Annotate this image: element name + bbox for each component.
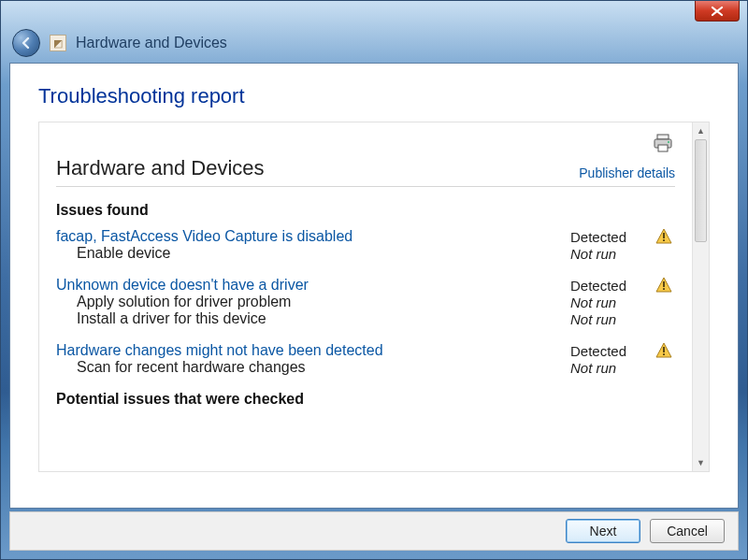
svg-rect-5	[663, 233, 665, 238]
publisher-details-link[interactable]: Publisher details	[579, 165, 675, 180]
issue-status: Detected	[570, 229, 653, 245]
printer-icon	[653, 134, 673, 152]
close-button[interactable]	[695, 1, 740, 22]
wizard-icon: ◩	[50, 35, 66, 51]
scroll-down-arrow-icon[interactable]: ▼	[695, 456, 708, 469]
issue-action-status: Not run	[570, 246, 653, 262]
issue-action-status: Not run	[570, 294, 653, 310]
issue-status: Detected	[570, 278, 653, 294]
svg-rect-6	[663, 239, 665, 241]
issue-action-status: Not run	[570, 360, 653, 376]
issue-title-link[interactable]: Unknown device doesn't have a driver	[56, 277, 570, 294]
cancel-button[interactable]: Cancel	[650, 519, 725, 543]
issue-title-link[interactable]: Hardware changes might not have been det…	[56, 342, 570, 359]
section-title: Hardware and Devices	[56, 156, 265, 180]
issue-action-label: Apply solution for driver problem	[56, 294, 570, 310]
svg-rect-8	[663, 281, 665, 287]
header-bar: ◩ Hardware and Devices	[1, 25, 747, 61]
header-title: Hardware and Devices	[76, 35, 227, 51]
warning-icon	[653, 228, 675, 245]
potential-issues-heading: Potential issues that were checked	[56, 391, 675, 408]
issue-action-status: Not run	[570, 311, 653, 327]
issue-action-label: Install a driver for this device	[56, 310, 570, 327]
next-button[interactable]: Next	[566, 519, 640, 543]
report-scroll-content: Hardware and Devices Publisher details I…	[39, 122, 692, 471]
back-button[interactable]	[12, 29, 40, 57]
svg-rect-11	[663, 347, 665, 352]
scroll-up-arrow-icon[interactable]: ▲	[695, 124, 708, 137]
issue-action-label: Enable device	[56, 245, 570, 262]
section-title-row: Hardware and Devices Publisher details	[56, 156, 675, 187]
scroll-thumb[interactable]	[695, 139, 707, 242]
issue-title-link[interactable]: facap, FastAccess Video Capture is disab…	[56, 228, 570, 245]
page-heading: Troubleshooting report	[38, 84, 710, 108]
issue-item: Hardware changes might not have been det…	[56, 342, 675, 376]
report-box: Hardware and Devices Publisher details I…	[38, 122, 710, 472]
warning-icon	[653, 342, 675, 359]
content-area: Troubleshooting report Hardware and Devi	[9, 63, 739, 509]
issue-item: facap, FastAccess Video Capture is disab…	[56, 228, 675, 262]
issue-status: Detected	[570, 343, 653, 359]
warning-icon	[653, 277, 675, 294]
titlebar	[1, 1, 747, 25]
svg-point-3	[668, 141, 669, 143]
svg-rect-9	[663, 288, 665, 290]
issue-action-label: Scan for recent hardware changes	[56, 359, 570, 376]
issues-found-heading: Issues found	[56, 202, 675, 219]
svg-rect-2	[658, 145, 668, 151]
troubleshooter-window: ◩ Hardware and Devices Troubleshooting r…	[0, 0, 748, 560]
back-arrow-icon	[19, 36, 34, 50]
svg-rect-0	[657, 135, 669, 139]
vertical-scrollbar[interactable]: ▲ ▼	[692, 122, 709, 471]
footer-bar: Next Cancel	[9, 511, 739, 551]
issue-item: Unknown device doesn't have a driver Det…	[56, 277, 675, 327]
svg-rect-12	[663, 353, 665, 355]
close-icon	[710, 6, 725, 17]
print-button[interactable]	[653, 134, 673, 152]
print-row	[56, 134, 675, 152]
